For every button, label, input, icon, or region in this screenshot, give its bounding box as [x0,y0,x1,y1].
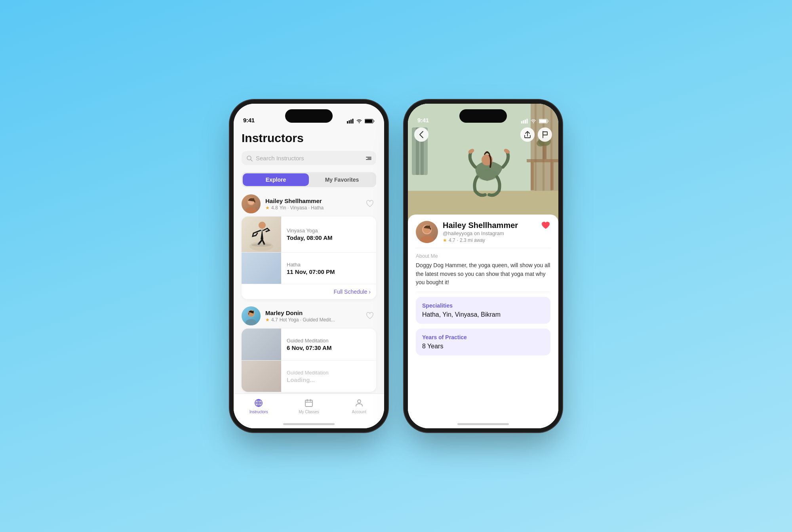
svg-rect-1 [349,120,350,124]
class-type-meditation2: Guided Meditation [287,370,371,376]
instructor-block-hailey: Hailey Shellhammer ★ 4.8 Yin · Vinyasa ·… [234,191,384,299]
svg-rect-22 [305,400,312,407]
profile-rating: 4.7 [449,238,455,243]
years-card: Years of Practice 8 Years [416,329,550,355]
svg-point-31 [533,122,534,123]
battery-icon [365,119,375,124]
signal-icon [347,119,354,124]
status-icons-left [347,119,375,124]
instructor-left-hailey: Hailey Shellhammer ★ 4.8 Yin · Vinyasa ·… [242,194,324,213]
class-info-vinyasa: Vinyasa Yoga Today, 08:00 AM [281,217,376,252]
favorite-hailey[interactable] [364,198,376,210]
battery-icon-right [539,119,549,124]
specialities-value: Hatha, Yin, Vinyasa, Bikram [422,311,544,318]
tags-hailey: Yin · Vinyasa · Hatha [280,205,324,211]
calendar-icon-left [304,398,314,408]
class-row-meditation[interactable]: Guided Meditation 6 Nov, 07:30 AM [242,329,376,360]
full-schedule-hailey[interactable]: Full Schedule › [242,284,376,299]
share-button[interactable] [520,127,535,142]
back-button[interactable] [414,127,428,142]
instructor-name-marley: Marley Donin [265,310,335,316]
svg-rect-6 [365,120,372,123]
search-placeholder: Search Instructors [256,155,363,162]
person-icon-left [354,398,364,408]
profile-info: Hailey Shellhammer @haileyyoga on Instag… [443,221,536,243]
divider-1 [416,248,550,248]
class-info-hatha: Hatha 11 Nov, 07:00 PM [281,253,376,284]
avatar-hailey[interactable] [242,194,261,213]
flag-icon [542,131,548,139]
about-section: About Me Doggy Dog Hammer, the yoga quee… [416,253,550,287]
class-type-meditation: Guided Meditation [287,338,371,344]
tab-instructors-left[interactable]: Instructors [234,398,284,414]
back-arrow-icon [419,131,424,139]
svg-rect-30 [527,119,528,124]
instructor-left-marley: Marley Donin ★ 4.7 Hot Yoga · Guided Med… [242,306,335,325]
favorite-filled-button[interactable] [541,221,550,233]
class-thumbnail-hatha [242,253,281,284]
signal-icon-right [521,119,528,124]
avatar-hailey-img [242,194,261,213]
svg-rect-29 [525,120,526,124]
about-text: Doggy Dog Hammer, the yoga queen, will s… [416,261,550,287]
instructor-header-marley: Marley Donin ★ 4.7 Hot Yoga · Guided Med… [234,303,384,329]
class-cards-hailey: Vinyasa Yoga Today, 08:00 AM Hatha [242,217,376,299]
specialities-card: Specialities Hatha, Yin, Vinyasa, Bikram [416,297,550,324]
avatar-marley[interactable] [242,306,261,325]
page-title-left: Instructors [234,127,384,148]
heart-outline-marley-icon [366,312,374,320]
class-row-meditation2[interactable]: Guided Meditation Loading... [242,360,376,392]
class-info-meditation: Guided Meditation 6 Nov, 07:30 AM [281,329,376,360]
tab-account-left[interactable]: Account [334,398,384,414]
filter-icon[interactable] [366,157,371,160]
tab-label-myclasses-left: My Classes [299,410,319,414]
wifi-icon-right [530,119,537,124]
left-phone: 9:41 [234,104,384,428]
specialities-title: Specialities [422,302,544,309]
home-indicator-left [283,423,335,425]
segment-favorites[interactable]: My Favorites [309,173,375,186]
rating-hailey: 4.8 [271,205,278,211]
tab-label-account-left: Account [352,410,366,414]
class-cards-marley: Guided Meditation 6 Nov, 07:30 AM Guided… [242,329,376,392]
svg-rect-33 [539,120,546,123]
home-indicator-right [457,423,509,425]
time-right: 9:41 [417,117,429,124]
right-screen: 9:41 [408,104,558,428]
favorite-marley[interactable] [364,310,376,322]
profile-section: Hailey Shellhammer @haileyyoga on Instag… [408,215,558,420]
yoga-figure-1 [242,217,281,252]
class-row-vinyasa[interactable]: Vinyasa Yoga Today, 08:00 AM [242,217,376,252]
instructor-block-marley: Marley Donin ★ 4.7 Hot Yoga · Guided Med… [234,303,384,392]
tab-myclasses-left[interactable]: My Classes [284,398,334,414]
svg-point-4 [359,122,360,123]
instructor-info-marley: Marley Donin ★ 4.7 Hot Yoga · Guided Med… [265,310,335,323]
heart-outline-icon [366,200,374,208]
rating-row-marley: ★ 4.7 Hot Yoga · Guided Medit... [265,317,335,323]
svg-point-13 [259,222,266,229]
profile-avatar-img [416,221,438,243]
instructor-header-hailey: Hailey Shellhammer ★ 4.8 Yin · Vinyasa ·… [234,191,384,217]
segment-explore[interactable]: Explore [243,173,309,186]
svg-point-10 [246,207,257,213]
search-icon [246,155,253,162]
hero-right-btns [520,127,552,142]
hero-overlay-btns [408,127,558,142]
profile-distance: 2.3 mi away [460,238,485,243]
svg-point-26 [358,400,361,403]
svg-rect-2 [350,120,352,124]
class-thumbnail-meditation [242,329,281,360]
phones-container: 9:41 [234,104,558,428]
right-phone: 9:41 [408,104,558,428]
class-row-hatha[interactable]: Hatha 11 Nov, 07:00 PM [242,252,376,284]
search-bar[interactable]: Search Instructors [242,151,376,165]
instructor-name-hailey: Hailey Shellhammer [265,198,324,204]
segment-control: Explore My Favorites [242,172,376,187]
class-time-meditation: 6 Nov, 07:30 AM [287,344,371,351]
status-bar-right: 9:41 [408,104,558,126]
flag-button[interactable] [538,127,552,142]
time-left: 9:41 [243,117,255,124]
svg-point-14 [251,243,271,247]
years-value: 8 Years [422,343,544,350]
divider-2 [416,292,550,292]
